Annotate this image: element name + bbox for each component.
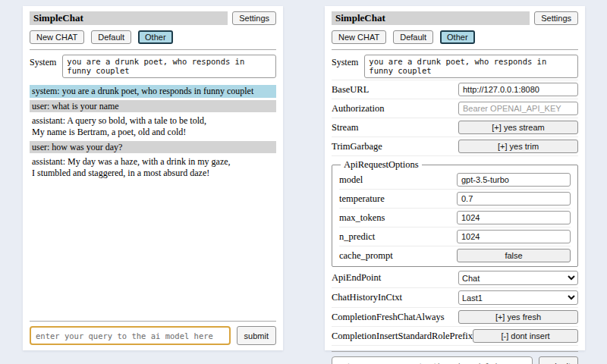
setting-row-completion-insert-standard-role-prefix: CompletionInsertStandardRolePrefix [-] d… bbox=[332, 327, 578, 346]
settings-list: BaseURL Authorization Stream [+] yes str… bbox=[332, 80, 578, 346]
divider bbox=[332, 351, 578, 352]
completion-insert-standard-role-prefix-toggle-button[interactable]: [-] dont insert bbox=[473, 329, 578, 343]
chat-message-assistant: assistant: My day was a haze, with a dri… bbox=[30, 155, 276, 179]
temperature-input[interactable] bbox=[457, 192, 571, 206]
system-prompt-input[interactable]: you are a drunk poet, who responds in fu… bbox=[62, 55, 276, 78]
query-row: submit bbox=[332, 356, 578, 364]
query-row: submit bbox=[30, 326, 276, 345]
stream-toggle-button[interactable]: [+] yes stream bbox=[458, 121, 578, 134]
baseurl-input[interactable] bbox=[458, 83, 578, 96]
authorization-label: Authorization bbox=[332, 103, 384, 115]
trimgarbage-label: TrimGarbage bbox=[332, 141, 382, 152]
settings-button[interactable]: Settings bbox=[534, 11, 578, 25]
setting-row-cache-prompt: cache_prompt false bbox=[339, 246, 571, 265]
query-block: submit bbox=[332, 346, 578, 364]
setting-row-max-tokens: max_tokens bbox=[339, 209, 571, 228]
stream-label: Stream bbox=[332, 122, 358, 133]
system-prompt-row: System you are a drunk poet, who respond… bbox=[30, 55, 276, 78]
query-input[interactable] bbox=[30, 326, 231, 345]
divider bbox=[332, 49, 578, 50]
n-predict-label: n_predict bbox=[339, 231, 375, 243]
completion-fresh-chat-always-toggle-button[interactable]: [+] yes fresh bbox=[458, 310, 578, 324]
header: SimpleChat Settings bbox=[30, 11, 276, 25]
setting-row-chat-history-in-ctxt: ChatHistoryInCtxt Last1 bbox=[332, 288, 578, 308]
api-endpoint-label: ApiEndPoint bbox=[332, 272, 381, 284]
baseurl-label: BaseURL bbox=[332, 84, 369, 96]
setting-row-stream: Stream [+] yes stream bbox=[332, 118, 578, 137]
setting-row-n-predict: n_predict bbox=[339, 228, 571, 246]
setting-row-authorization: Authorization bbox=[332, 99, 578, 118]
chat-message-user: user: how was your day? bbox=[30, 141, 276, 154]
api-endpoint-select[interactable]: Chat bbox=[458, 271, 578, 285]
system-label: System bbox=[30, 55, 56, 68]
query-input[interactable] bbox=[332, 356, 533, 364]
system-prompt-row: System you are a drunk poet, who respond… bbox=[332, 55, 578, 78]
chat-message-list: system: you are a drunk poet, who respon… bbox=[30, 85, 276, 181]
cache-prompt-label: cache_prompt bbox=[339, 250, 393, 262]
trimgarbage-toggle-button[interactable]: [+] yes trim bbox=[458, 140, 578, 153]
chat-panel: SimpleChat Settings New CHAT Default Oth… bbox=[23, 6, 283, 350]
completion-insert-standard-role-prefix-label: CompletionInsertStandardRolePrefix bbox=[332, 331, 473, 342]
app-title: SimpleChat bbox=[332, 11, 530, 25]
chat-history-in-ctxt-select[interactable]: Last1 bbox=[458, 290, 578, 305]
setting-row-trimgarbage: TrimGarbage [+] yes trim bbox=[332, 137, 578, 156]
chat-history-in-ctxt-label: ChatHistoryInCtxt bbox=[332, 292, 402, 303]
session-toolbar: New CHAT Default Other bbox=[30, 30, 276, 44]
api-request-options-legend: ApiRequestOptions bbox=[341, 159, 422, 171]
divider bbox=[30, 321, 276, 322]
new-chat-button[interactable]: New CHAT bbox=[332, 30, 386, 44]
settings-panel: SimpleChat Settings New CHAT Default Oth… bbox=[325, 6, 585, 350]
query-block: submit bbox=[30, 315, 276, 345]
session-toolbar: New CHAT Default Other bbox=[332, 30, 578, 44]
app-title: SimpleChat bbox=[30, 11, 228, 25]
setting-row-temperature: temperature bbox=[339, 190, 571, 209]
submit-button[interactable]: submit bbox=[539, 356, 578, 364]
model-label: model bbox=[339, 174, 363, 186]
session-tab-other[interactable]: Other bbox=[440, 30, 475, 44]
settings-button[interactable]: Settings bbox=[232, 11, 276, 25]
chat-message-assistant: assistant: A query so bold, with a tale … bbox=[30, 115, 276, 138]
temperature-label: temperature bbox=[339, 193, 385, 205]
setting-row-completion-fresh-chat-always: CompletionFreshChatAlways [+] yes fresh bbox=[332, 308, 578, 327]
authorization-input[interactable] bbox=[458, 102, 578, 115]
cache-prompt-toggle-button[interactable]: false bbox=[457, 249, 571, 262]
api-request-options-fieldset: ApiRequestOptions model temperature max_… bbox=[332, 159, 578, 267]
chat-message-user: user: what is your name bbox=[30, 100, 276, 113]
setting-row-model: model bbox=[339, 171, 571, 190]
max-tokens-label: max_tokens bbox=[339, 212, 385, 224]
completion-fresh-chat-always-label: CompletionFreshChatAlways bbox=[332, 312, 445, 323]
setting-row-api-endpoint: ApiEndPoint Chat bbox=[332, 268, 578, 288]
chat-message-system: system: you are a drunk poet, who respon… bbox=[30, 85, 276, 98]
n-predict-input[interactable] bbox=[457, 230, 571, 243]
model-input[interactable] bbox=[457, 173, 571, 187]
system-prompt-input[interactable]: you are a drunk poet, who responds in fu… bbox=[364, 55, 578, 78]
submit-button[interactable]: submit bbox=[237, 326, 276, 345]
system-label: System bbox=[332, 55, 358, 68]
max-tokens-input[interactable] bbox=[457, 211, 571, 224]
session-tab-default[interactable]: Default bbox=[393, 30, 433, 44]
new-chat-button[interactable]: New CHAT bbox=[30, 30, 84, 44]
divider bbox=[30, 49, 276, 50]
setting-row-baseurl: BaseURL bbox=[332, 80, 578, 99]
header: SimpleChat Settings bbox=[332, 11, 578, 25]
session-tab-other[interactable]: Other bbox=[138, 30, 173, 44]
session-tab-default[interactable]: Default bbox=[91, 30, 131, 44]
